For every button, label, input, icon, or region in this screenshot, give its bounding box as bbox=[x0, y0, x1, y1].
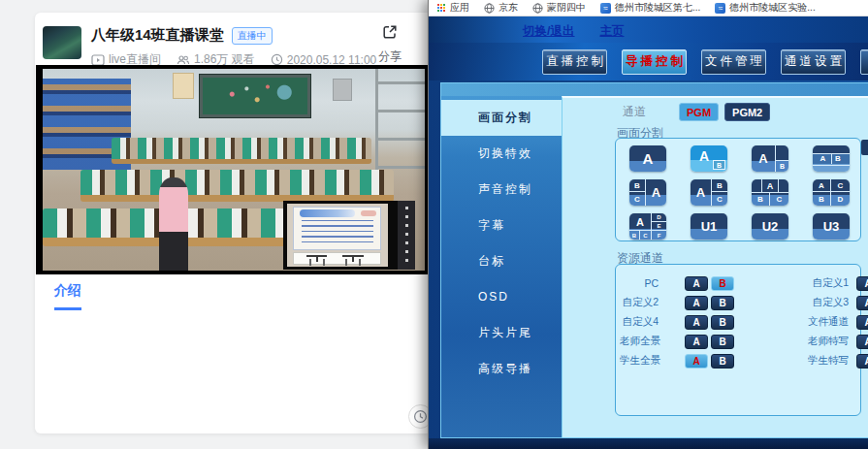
split-layout-9[interactable]: ADEBCF bbox=[629, 213, 666, 240]
share-icon bbox=[382, 24, 398, 40]
site-favicon-icon bbox=[715, 3, 725, 14]
resource-label: 学生特写 bbox=[740, 354, 849, 368]
chalkboard bbox=[200, 75, 310, 117]
screen: 八年级14班直播课堂 直播中 live直播间 1.86万 观看 2020.05.… bbox=[0, 0, 868, 449]
panel-top-strip bbox=[441, 83, 868, 96]
resource-自定义2-B-button[interactable]: B bbox=[711, 296, 734, 310]
split-layout-7[interactable]: ABC bbox=[752, 179, 788, 206]
resource-老师特写-A-button[interactable]: A bbox=[856, 335, 868, 349]
resource-自定义4-B-button[interactable]: B bbox=[711, 315, 734, 330]
split-layout-1[interactable]: A bbox=[629, 145, 666, 172]
split-layout-3[interactable]: AB bbox=[752, 145, 788, 172]
sidebar-item-8[interactable]: 高级导播 bbox=[441, 351, 562, 387]
layout-cell-letter: U1 bbox=[691, 213, 727, 240]
page-title: 八年级14班直播课堂 bbox=[91, 26, 224, 45]
resource-label: 自定义4 bbox=[620, 315, 659, 329]
pip-slide-text-lines bbox=[302, 220, 374, 246]
layout-cell-letter: E bbox=[652, 222, 666, 231]
bookmark-label: 蒙阴四中 bbox=[547, 1, 586, 15]
resource-label: 文件通道 bbox=[740, 315, 849, 329]
pip-side-panel bbox=[398, 201, 415, 270]
console-nav-bar: 直播控制导播控制文件管理通道设置录播 bbox=[429, 43, 868, 80]
clipped-edge-element bbox=[861, 140, 868, 155]
resource-自定义3-A-button[interactable]: A bbox=[856, 296, 868, 310]
share-button[interactable]: 分享 bbox=[370, 24, 410, 65]
teacher-figure bbox=[159, 177, 188, 271]
split-layout-6[interactable]: ABC bbox=[691, 179, 727, 206]
layout-cell-letter: D bbox=[652, 213, 666, 222]
channel-button-PGM[interactable]: PGM bbox=[679, 103, 719, 121]
resource-学生全景-B-button[interactable]: B bbox=[711, 354, 734, 369]
channel-button-PGM2[interactable]: PGM2 bbox=[724, 103, 770, 121]
pip-lab-diagram bbox=[293, 252, 381, 265]
layout-cell-letter: B bbox=[629, 179, 646, 192]
resource-学生特写-A-button[interactable]: A bbox=[856, 354, 868, 369]
bookmark-item-2[interactable]: 蒙阴四中 bbox=[532, 1, 586, 15]
layout-cell-letter: B bbox=[813, 192, 831, 206]
channel-buttons: PGMPGM2 bbox=[679, 103, 776, 121]
sidebar-item-1[interactable]: 画面分割 bbox=[441, 100, 562, 136]
sidebar-item-6[interactable]: OSD bbox=[441, 279, 562, 315]
split-layout-2[interactable]: AB bbox=[691, 145, 727, 172]
nav-tab-1[interactable]: 直播控制 bbox=[542, 49, 607, 75]
layout-cell-letter: B bbox=[711, 179, 727, 192]
classroom-cabinet bbox=[333, 79, 352, 101]
student-row-middle bbox=[80, 170, 394, 202]
live-status-badge: 直播中 bbox=[232, 27, 273, 45]
bookmark-item-0[interactable]: 应用 bbox=[437, 1, 469, 15]
browser-window: 应用京东蒙阴四中德州市陵城区第七...德州市陵城区实验... 切换/退出 主页 … bbox=[428, 0, 868, 449]
split-layout-10[interactable]: U1 bbox=[691, 213, 727, 240]
bookmark-item-4[interactable]: 德州市陵城区实验... bbox=[715, 1, 815, 15]
resource-老师全景-A-button[interactable]: A bbox=[685, 335, 708, 349]
tab-introduction[interactable]: 介绍 bbox=[54, 282, 81, 310]
pip-slide-title-bar bbox=[300, 209, 355, 217]
sidebar-item-4[interactable]: 字幕 bbox=[441, 208, 562, 243]
pip-document bbox=[287, 204, 387, 267]
split-layout-11[interactable]: U2 bbox=[752, 213, 788, 240]
resource-PC-B-button[interactable]: B bbox=[711, 276, 734, 291]
link-home[interactable]: 主页 bbox=[599, 23, 624, 43]
nav-tab-5[interactable]: 录播 bbox=[860, 49, 868, 75]
balance-scale-icon bbox=[306, 255, 327, 261]
resource-row-自定义4: 自定义4AB bbox=[620, 314, 734, 330]
sidebar-item-5[interactable]: 台标 bbox=[441, 243, 562, 279]
title-block: 八年级14班直播课堂 直播中 live直播间 1.86万 观看 2020.05.… bbox=[91, 26, 376, 68]
nav-tab-2[interactable]: 导播控制 bbox=[622, 49, 687, 75]
layout-cell-letter: U2 bbox=[752, 213, 788, 240]
split-layout-8[interactable]: ACBD bbox=[813, 179, 850, 206]
resource-自定义4-A-button[interactable]: A bbox=[685, 315, 708, 330]
layout-cell-letter: F bbox=[652, 231, 666, 240]
split-layout-4[interactable]: AB bbox=[813, 145, 850, 172]
sidebar-item-2[interactable]: 切换特效 bbox=[441, 136, 562, 172]
resource-row-学生全景: 学生全景AB bbox=[620, 353, 734, 369]
layout-cell-letter: A bbox=[817, 153, 829, 164]
resource-PC-A-button[interactable]: A bbox=[685, 276, 708, 291]
video-player[interactable] bbox=[36, 65, 433, 274]
layout-cell-letter: B bbox=[752, 192, 770, 206]
balance-scale-icon bbox=[342, 255, 363, 261]
globe-icon bbox=[484, 3, 495, 14]
layout-cell-letter: B bbox=[713, 160, 725, 170]
resource-自定义2-A-button[interactable]: A bbox=[685, 296, 708, 310]
split-layout-5[interactable]: BCA bbox=[629, 179, 666, 206]
layout-cell-letter: A bbox=[629, 145, 666, 172]
nav-tab-4[interactable]: 通道设置 bbox=[781, 49, 846, 75]
bookmark-item-1[interactable]: 京东 bbox=[484, 1, 518, 15]
sidebar-item-7[interactable]: 片头片尾 bbox=[441, 315, 562, 351]
resource-row-学生特写: 学生特写AB bbox=[740, 353, 868, 369]
layout-cell-letter: A bbox=[646, 179, 666, 206]
split-layout-12[interactable]: U3 bbox=[813, 213, 850, 240]
sidebar-item-3[interactable]: 声音控制 bbox=[441, 172, 562, 208]
director-content: 通道 PGMPGM2 画面分割 AABABABBCAABCABCACBDADEB… bbox=[562, 96, 868, 437]
resource-文件通道-A-button[interactable]: A bbox=[856, 315, 868, 330]
bookmark-item-3[interactable]: 德州市陵城区第七... bbox=[600, 1, 700, 15]
resource-label: PC bbox=[620, 277, 659, 289]
resource-老师全景-B-button[interactable]: B bbox=[711, 335, 734, 349]
nav-tab-3[interactable]: 文件管理 bbox=[701, 49, 766, 75]
director-panel: 画面分割切换特效声音控制字幕台标OSD片头片尾高级导播 通道 PGMPGM2 画… bbox=[440, 82, 868, 438]
share-label: 分享 bbox=[370, 48, 410, 65]
resource-自定义1-A-button[interactable]: A bbox=[856, 276, 868, 291]
resource-学生全景-A-button[interactable]: A bbox=[685, 354, 708, 369]
channel-thumbnail[interactable] bbox=[43, 26, 81, 59]
link-switch-logout[interactable]: 切换/退出 bbox=[523, 23, 574, 43]
